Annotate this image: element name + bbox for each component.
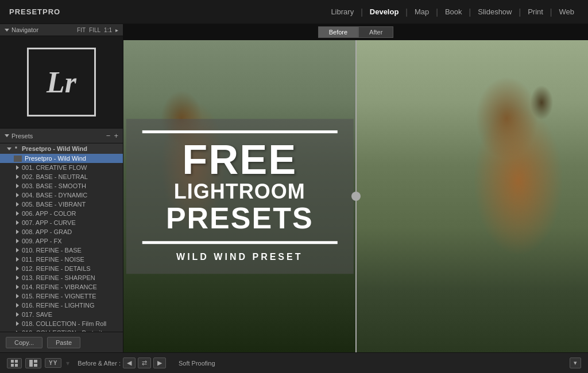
list-item[interactable]: 004. BASE - DYNAMIC bbox=[0, 191, 123, 200]
preset-item-label: 009. APP - FX bbox=[22, 238, 62, 244]
ba-left-button[interactable]: ◀ bbox=[123, 358, 136, 368]
left-panel: Navigator FIT FILL 1:1 ▸ Lr Pre bbox=[0, 24, 123, 352]
fit-control[interactable]: FIT bbox=[77, 27, 86, 33]
list-item[interactable]: 002. BASE - NEUTRAL bbox=[0, 172, 123, 181]
nav-1to1[interactable]: 1:1 bbox=[104, 27, 112, 33]
group-expand-icon bbox=[7, 147, 11, 150]
navigator-collapse-icon[interactable] bbox=[5, 29, 9, 32]
active-preset-item[interactable]: Presetpro - Wild Wind bbox=[0, 154, 123, 163]
nav-menu: Library | Develop | Map | Book | Slidesh… bbox=[326, 5, 579, 18]
presets-section: Presets − + * Presetpro - Wild Wind Pres… bbox=[0, 128, 123, 332]
main-layout: Navigator FIT FILL 1:1 ▸ Lr Pre bbox=[0, 24, 588, 352]
list-item[interactable]: 013. REFINE - SHARPEN bbox=[0, 273, 123, 282]
item-arrow bbox=[16, 239, 19, 243]
loupe-view-button[interactable] bbox=[25, 358, 41, 368]
nav-print[interactable]: Print bbox=[523, 5, 548, 18]
active-preset-label: Presetpro - Wild Wind bbox=[25, 155, 86, 162]
ba-right-button[interactable]: ▶ bbox=[153, 358, 166, 368]
nav-book[interactable]: Book bbox=[440, 5, 467, 18]
preset-item-label: 005. BASE - VIBRANT bbox=[22, 201, 86, 208]
item-arrow bbox=[16, 303, 19, 308]
item-arrow bbox=[16, 230, 19, 234]
overlay-subtitle-text: WILD WIND PRESET bbox=[142, 252, 337, 262]
lr-logo-text: Lr bbox=[47, 65, 76, 99]
nav-sep-3: | bbox=[436, 7, 438, 17]
ba-swap-button[interactable]: ⇄ bbox=[138, 358, 151, 368]
fill-control[interactable]: FILL bbox=[89, 27, 100, 33]
item-arrow bbox=[16, 202, 19, 207]
presets-header-left: Presets bbox=[5, 133, 33, 139]
nav-sep-6: | bbox=[550, 7, 552, 17]
ba-toolbar: Before & After : ◀ ⇄ ▶ bbox=[78, 358, 166, 368]
preset-group[interactable]: * Presetpro - Wild Wind bbox=[0, 143, 123, 154]
bottom-toolbar: YY ▾ Before & After : ◀ ⇄ ▶ Soft Proofin… bbox=[0, 352, 588, 373]
svg-rect-6 bbox=[34, 364, 37, 367]
list-item[interactable]: 018. COLLECTION - Film Roll bbox=[0, 319, 123, 328]
list-item[interactable]: 016. REFINE - LIGHTING bbox=[0, 301, 123, 310]
preset-item-label: 008. APP - GRAD bbox=[22, 228, 72, 235]
nav-slideshow[interactable]: Slideshow bbox=[473, 5, 516, 18]
preset-item-label: 016. REFINE - LIGHTING bbox=[22, 302, 95, 309]
copy-button[interactable]: Copy... bbox=[6, 337, 42, 348]
left-panel-bottom: Copy... Paste bbox=[0, 332, 123, 352]
list-item[interactable]: 015. REFINE - VIGNETTE bbox=[0, 292, 123, 301]
presets-title: Presets bbox=[11, 133, 33, 139]
grid-icon bbox=[11, 360, 18, 367]
nav-web[interactable]: Web bbox=[555, 5, 579, 18]
list-item[interactable]: 006. APP - COLOR bbox=[0, 209, 123, 218]
nav-develop[interactable]: Develop bbox=[365, 5, 404, 18]
item-arrow bbox=[16, 165, 19, 170]
item-arrow bbox=[16, 257, 19, 262]
list-item[interactable]: 008. APP - GRAD bbox=[0, 227, 123, 236]
overlay-box: FREE LIGHTROOM PRESETS WILD WIND PRESET bbox=[126, 119, 353, 274]
navigator-title: Navigator bbox=[11, 26, 38, 33]
list-item[interactable]: 003. BASE - SMOOTH bbox=[0, 181, 123, 191]
preset-item-label: 017. SAVE bbox=[22, 311, 52, 318]
list-item[interactable]: 014. REFINE - VIBRANCE bbox=[0, 282, 123, 292]
nav-library[interactable]: Library bbox=[326, 5, 358, 18]
overlay-bottom-line bbox=[142, 241, 337, 244]
item-arrow bbox=[16, 312, 19, 317]
split-divider[interactable] bbox=[355, 40, 357, 352]
preset-item-label: 002. BASE - NEUTRAL bbox=[22, 173, 88, 180]
preset-item-label: 011. REFINE - NOISE bbox=[22, 256, 84, 263]
preset-item-label: 018. COLLECTION - Film Roll bbox=[22, 320, 106, 327]
item-arrow bbox=[16, 174, 19, 179]
list-item[interactable]: 012. REFINE - DETAILS bbox=[0, 264, 123, 273]
grid-view-button[interactable] bbox=[7, 358, 22, 368]
before-image: FREE LIGHTROOM PRESETS WILD WIND PRESET bbox=[123, 40, 356, 352]
preset-item-label: 004. BASE - DYNAMIC bbox=[22, 192, 87, 199]
nav-map[interactable]: Map bbox=[410, 5, 434, 18]
list-item[interactable]: 017. SAVE bbox=[0, 310, 123, 319]
paste-button[interactable]: Paste bbox=[47, 337, 80, 348]
item-arrow bbox=[16, 321, 19, 326]
item-arrow bbox=[16, 248, 19, 252]
item-arrow bbox=[16, 211, 19, 216]
item-arrow bbox=[16, 220, 19, 225]
list-item[interactable]: 005. BASE - VIBRANT bbox=[0, 200, 123, 209]
split-handle[interactable] bbox=[351, 192, 361, 201]
after-label[interactable]: After bbox=[358, 26, 393, 38]
bottom-dropdown[interactable]: ▾ bbox=[570, 358, 581, 368]
list-item[interactable]: 009. APP - FX bbox=[0, 236, 123, 246]
list-item[interactable]: 007. APP - CURVE bbox=[0, 218, 123, 227]
list-item[interactable]: 011. REFINE - NOISE bbox=[0, 255, 123, 264]
list-item[interactable]: 001. CREATIVE FLOW bbox=[0, 163, 123, 172]
preset-item-label: 015. REFINE - VIGNETTE bbox=[22, 293, 96, 300]
svg-rect-0 bbox=[11, 360, 14, 363]
navigator-section: Navigator FIT FILL 1:1 ▸ Lr bbox=[0, 24, 123, 128]
list-item[interactable]: 010. REFINE - BASE bbox=[0, 246, 123, 255]
navigator-header: Navigator FIT FILL 1:1 ▸ bbox=[0, 24, 123, 36]
presets-remove[interactable]: − bbox=[106, 131, 111, 140]
navigator-controls: FIT FILL 1:1 ▸ bbox=[77, 27, 118, 33]
nav-ratio[interactable]: ▸ bbox=[115, 27, 118, 33]
compare-view-button[interactable]: YY bbox=[45, 358, 61, 368]
preset-item-label: 010. REFINE - BASE bbox=[22, 247, 82, 254]
top-bar: PRESETPRO Library | Develop | Map | Book… bbox=[0, 0, 588, 24]
item-arrow bbox=[16, 285, 19, 289]
presets-collapse-icon[interactable] bbox=[5, 134, 9, 137]
before-label[interactable]: Before bbox=[318, 26, 358, 38]
item-arrow bbox=[16, 294, 19, 298]
item-arrow bbox=[16, 275, 19, 280]
presets-add[interactable]: + bbox=[114, 131, 118, 140]
